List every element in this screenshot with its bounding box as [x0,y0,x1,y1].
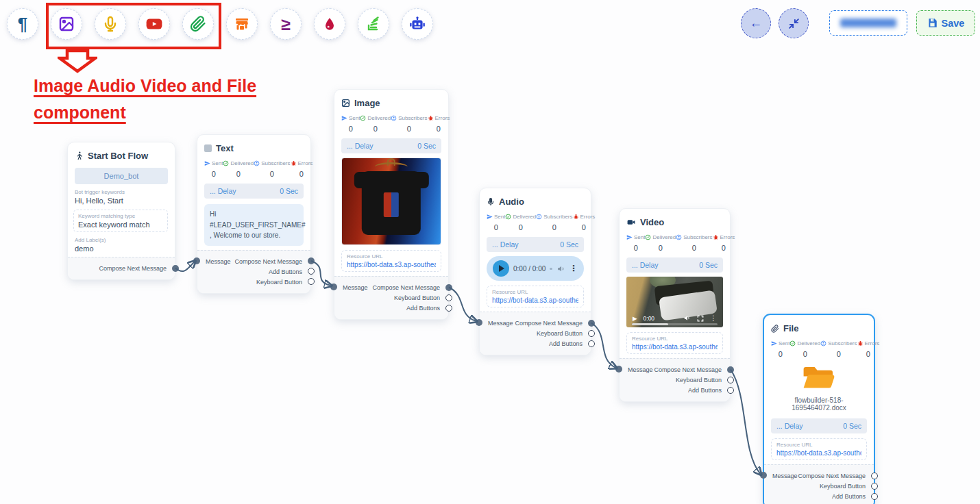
errors-icon [428,115,434,121]
fullscreen-icon[interactable] [697,315,704,322]
node-image[interactable]: Image Sent0 Delivered0 Subscribers0 Erro… [334,89,449,320]
compose-port[interactable] [172,265,179,272]
node-footer: Message Compose Next Message Keyboard Bu… [764,464,874,504]
video-icon [626,218,636,227]
resource-link[interactable]: https://bot-data.s3.ap-southeast-1.wasab… [347,261,436,268]
play-icon[interactable]: ▶ [633,315,637,322]
save-button[interactable]: Save [916,10,975,36]
compose-port[interactable] [445,284,452,291]
compose-port[interactable] [588,320,595,327]
toolbar-drip-button[interactable] [314,8,345,40]
node-text[interactable]: Text Sent0 Delivered0 Subscribers0 Error… [197,134,311,294]
compose-next-message-label: Compose Next Message [654,366,722,373]
errors-icon [713,234,719,240]
toolbar-image-button[interactable] [51,8,82,40]
message-port[interactable] [760,472,767,479]
delivered-icon [645,234,651,240]
robot-icon [408,15,426,33]
fit-view-button[interactable] [779,8,809,38]
resource-link[interactable]: https://bot-data.s3.ap-southeast-1.wasab… [776,449,861,457]
video-progress[interactable] [632,323,718,325]
node-audio[interactable]: Audio Sent0 Delivered0 Subscribers0 Erro… [479,188,591,355]
compose-next-message-label: Compose Next Message [798,473,866,479]
node-title: File [783,323,798,333]
compose-port[interactable] [727,366,734,373]
add-buttons-label: Add Buttons [832,493,866,500]
trigger-keywords-field[interactable]: Bot trigger keywords Hi, Hello, Start [75,189,168,205]
volume-icon[interactable] [556,264,565,273]
delay-row[interactable]: ... Delay0 Sec [626,257,723,273]
stats-row: Sent0 Delivered0 Subscribers0 Errors0 [487,214,584,231]
flow-canvas[interactable]: ¶ ≥ Image Audio Video and File component… [0,0,980,504]
node-footer: Message Compose Next Message Keyboard Bu… [480,312,591,355]
message-text[interactable]: Hi #LEAD_USER_FIRST_NAME# , Welcome to o… [204,204,304,246]
sent-icon [487,214,493,220]
menu-dots-icon[interactable]: ⋮ [569,264,578,273]
microphone-icon [102,16,119,32]
add-labels-field[interactable]: Add Label(s) demo [75,237,168,253]
message-port[interactable] [330,284,337,290]
errors-icon [291,160,297,166]
toolbar-text-button[interactable]: ¶ [7,8,38,40]
toolbar-condition-button[interactable]: ≥ [270,8,302,40]
delay-row[interactable]: ... Delay0 Sec [487,237,584,252]
node-file[interactable]: File Sent0 Delivered0 Subscribers0 Error… [763,314,875,504]
add-buttons-port[interactable] [445,305,452,312]
toolbar-audio-button[interactable] [95,8,126,40]
message-port[interactable] [476,319,482,326]
keyboard-button-port[interactable] [588,330,595,337]
keyboard-button-port[interactable] [308,278,315,285]
add-buttons-port[interactable] [588,340,595,347]
resource-link[interactable]: https://bot-data.s3.ap-southeast-1.wasab… [492,297,578,304]
microphone-icon [487,197,495,206]
audio-progress[interactable] [550,268,552,270]
resource-url-box: Resource URL https://bot-data.s3.ap-sout… [626,332,723,354]
message-port[interactable] [193,257,200,264]
keyboard-button-port[interactable] [727,377,734,383]
toolbar-ai-bot-button[interactable] [402,8,433,40]
compose-next-message-label: Compose Next Message [372,284,440,291]
keyboard-button-port[interactable] [445,294,452,301]
back-button[interactable]: ← [741,8,771,38]
bot-name-button[interactable]: Demo_bot [75,168,168,184]
add-buttons-port[interactable] [308,268,315,275]
toolbar-sequence-button[interactable] [358,8,389,40]
node-title: Image [354,98,380,108]
video-player[interactable]: ▶ 0:00 ⋮ [626,277,723,327]
add-buttons-port[interactable] [727,387,734,394]
keyboard-button-label: Keyboard Button [256,279,302,286]
compose-port[interactable] [871,473,878,479]
resource-link[interactable]: https://bot-data.s3.ap-southeast-1.wasab… [632,343,718,351]
node-video[interactable]: Video Sent0 Delivered0 Subscribers0 Erro… [619,208,731,402]
keyboard-button-port[interactable] [871,483,878,490]
message-port[interactable] [615,366,622,373]
audio-player[interactable]: 0:00 / 0:00 ⋮ [487,256,584,281]
subscribers-icon [676,234,682,240]
sent-icon [341,115,347,121]
sent-icon [626,234,633,240]
compose-port[interactable] [308,257,315,264]
play-icon[interactable] [493,260,509,277]
toolbar-video-button[interactable] [138,8,170,40]
compose-next-message-label: Compose Next Message [515,320,583,327]
redacted-button[interactable] [829,10,907,36]
delay-row[interactable]: ... Delay0 Sec [204,184,304,199]
paperclip-icon [771,325,779,333]
delay-row[interactable]: ... Delay0 Sec [341,138,441,153]
delay-row[interactable]: ... Delay0 Sec [771,418,867,433]
paperclip-icon [190,16,206,32]
delivered-icon [223,160,229,166]
resource-url-box: Resource URL https://bot-data.s3.ap-sout… [341,250,441,272]
keyword-matching-field[interactable]: Keyword matching type Exact keyword matc… [73,210,168,232]
node-footer: Message Compose Next Message Keyboard Bu… [334,276,448,319]
toolbar-file-button[interactable] [182,8,214,40]
node-start-bot-flow[interactable]: Start Bot Flow Demo_bot Bot trigger keyw… [67,142,175,280]
add-buttons-port[interactable] [871,493,878,500]
volume-icon[interactable] [683,314,691,322]
menu-dots-icon[interactable]: ⋮ [710,314,717,322]
resource-url-box: Resource URL https://bot-data.s3.ap-sout… [771,438,867,460]
image-preview[interactable] [341,158,441,245]
toolbar-ecommerce-button[interactable] [226,8,258,40]
delivered-icon [789,340,796,346]
file-preview[interactable]: flowbuilder-518-1695464072.docx [771,358,867,413]
